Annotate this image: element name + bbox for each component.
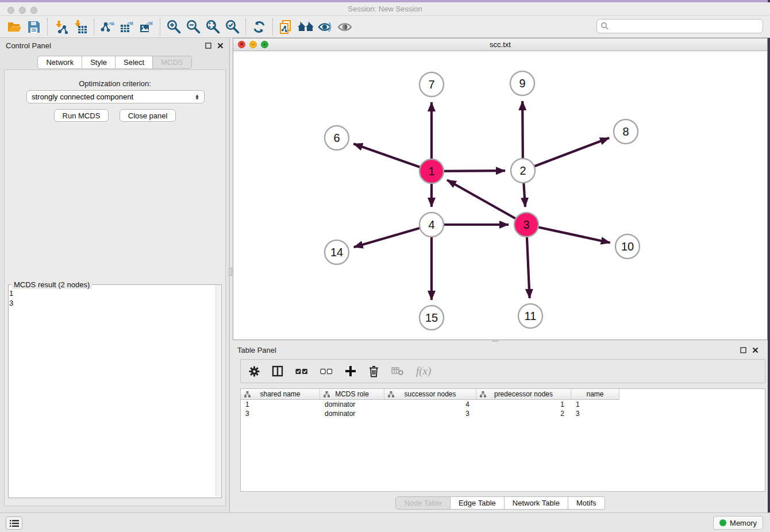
table-row[interactable]: 1 dominator 4 1 1 <box>241 400 765 409</box>
graph-node-label-9: 9 <box>519 77 525 90</box>
graph-node-label-7: 7 <box>428 78 434 91</box>
task-history-button[interactable] <box>6 516 22 530</box>
zoom-out-icon[interactable] <box>183 18 203 36</box>
column-header-predecessor-nodes[interactable]: predecessor nodes <box>476 389 571 400</box>
optimization-criterion-label: Optimization criterion: <box>5 79 225 88</box>
close-panel-button[interactable]: Close panel <box>120 109 176 122</box>
export-network-icon[interactable] <box>98 18 117 36</box>
minimize-window-button[interactable] <box>19 7 26 14</box>
tab-style[interactable]: Style <box>82 56 116 69</box>
graph-node-label-11: 11 <box>525 310 537 322</box>
tab-mcds[interactable]: MCDS <box>153 56 191 69</box>
zoom-selected-icon[interactable] <box>222 18 242 36</box>
frame-close-icon[interactable]: ✕ <box>238 41 245 48</box>
cell-mcds-role[interactable]: dominator <box>320 409 384 418</box>
close-window-button[interactable] <box>7 7 14 14</box>
table-settings-icon[interactable] <box>249 366 260 377</box>
import-table-icon[interactable] <box>71 18 90 36</box>
table-panel-header: Table Panel <box>233 342 768 357</box>
network-canvas[interactable]: 1234678910111415 <box>233 51 767 340</box>
mcds-tab-content: Optimization criterion: strongly connect… <box>4 70 226 506</box>
network-window-titlebar[interactable]: ✕ − ＋ scc.txt <box>233 38 767 51</box>
mcds-result-text[interactable]: 1 3 <box>9 288 215 493</box>
export-image-icon[interactable] <box>137 18 156 36</box>
cell-successor-nodes[interactable]: 3 <box>384 409 476 418</box>
graph-edge-3-1[interactable] <box>447 180 526 225</box>
add-row-icon[interactable] <box>345 365 356 377</box>
search-input[interactable] <box>609 20 763 32</box>
cell-predecessor-nodes[interactable]: 2 <box>476 409 571 418</box>
column-header-mcds-role[interactable]: MCDS role <box>320 389 384 400</box>
cell-predecessor-nodes[interactable]: 1 <box>476 400 571 409</box>
node-table[interactable]: shared name MCDS role successor nodes pr… <box>240 388 765 492</box>
graph-node-label-10: 10 <box>621 240 634 253</box>
delete-row-icon[interactable] <box>368 365 379 377</box>
table-row[interactable]: 3 dominator 3 2 3 <box>241 409 765 418</box>
import-network-icon[interactable] <box>51 18 71 36</box>
column-header-successor-nodes[interactable]: successor nodes <box>384 389 476 400</box>
select-all-checkboxes-icon[interactable] <box>295 367 308 375</box>
cell-name[interactable]: 3 <box>571 409 619 418</box>
delete-table-icon[interactable] <box>391 367 404 376</box>
show-columns-icon[interactable] <box>272 365 283 377</box>
float-panel-icon[interactable] <box>740 347 746 353</box>
cell-shared-name[interactable]: 1 <box>241 400 320 409</box>
cell-successor-nodes[interactable]: 4 <box>384 400 476 409</box>
attribute-icon <box>480 391 486 398</box>
graph-node-label-1: 1 <box>428 165 434 178</box>
table-header-row: shared name MCDS role successor nodes pr… <box>241 389 765 400</box>
criterion-dropdown[interactable]: strongly connected component ▲▼ <box>26 90 205 103</box>
zoom-in-icon[interactable] <box>164 18 183 36</box>
graph-edge-2-8[interactable] <box>523 138 609 171</box>
memory-status-icon <box>719 519 726 526</box>
tab-motifs[interactable]: Motifs <box>568 496 605 510</box>
deselect-all-checkboxes-icon[interactable] <box>320 367 333 375</box>
tab-network[interactable]: Network <box>37 56 82 69</box>
tab-network-table[interactable]: Network Table <box>505 496 568 510</box>
run-mcds-button[interactable]: Run MCDS <box>54 109 109 122</box>
vertical-splitter-grip[interactable] <box>229 268 232 276</box>
cell-shared-name[interactable]: 3 <box>241 409 320 418</box>
attribute-icon <box>244 391 251 398</box>
duplicate-network-icon[interactable] <box>276 18 296 36</box>
graph-node-label-14: 14 <box>330 246 343 259</box>
attribute-icon <box>324 391 330 398</box>
criterion-value: strongly connected component <box>32 92 195 101</box>
tab-select[interactable]: Select <box>116 56 153 69</box>
save-session-icon[interactable] <box>24 18 44 36</box>
hide-selected-icon[interactable] <box>315 18 335 36</box>
table-toolbar: f(x) <box>240 359 765 383</box>
memory-button[interactable]: Memory <box>713 516 763 530</box>
zoom-window-button[interactable] <box>30 7 37 14</box>
window-title: Session: New Session <box>0 2 770 16</box>
search-field[interactable] <box>596 19 763 33</box>
float-panel-icon[interactable] <box>205 43 211 49</box>
tab-edge-table[interactable]: Edge Table <box>451 496 505 510</box>
refresh-layout-icon[interactable] <box>249 18 269 36</box>
frame-maximize-icon[interactable]: ＋ <box>261 41 268 48</box>
show-all-icon[interactable] <box>335 18 355 36</box>
table-panel-title: Table Panel <box>237 346 276 354</box>
graph-node-label-8: 8 <box>622 125 629 138</box>
zoom-fit-icon[interactable] <box>203 18 222 36</box>
toolbar-separator <box>47 18 48 36</box>
first-neighbors-icon[interactable] <box>296 18 315 36</box>
list-icon <box>10 519 19 527</box>
graph-node-label-4: 4 <box>428 218 434 231</box>
column-header-name[interactable]: name <box>571 389 619 400</box>
export-table-icon[interactable] <box>117 18 137 36</box>
close-panel-icon[interactable] <box>217 43 224 49</box>
attribute-icon <box>388 391 394 398</box>
column-header-shared-name[interactable]: shared name <box>241 389 320 400</box>
graph-edge-3-10[interactable] <box>526 225 610 242</box>
function-builder-icon[interactable]: f(x) <box>416 365 431 377</box>
cell-name[interactable]: 1 <box>571 400 619 409</box>
open-session-icon[interactable] <box>5 18 24 36</box>
close-panel-icon[interactable] <box>752 347 759 353</box>
frame-minimize-icon[interactable]: − <box>249 41 257 48</box>
cell-mcds-role[interactable]: dominator <box>320 400 384 409</box>
graph-node-label-15: 15 <box>425 311 438 324</box>
result-scrollbar[interactable] <box>215 285 221 496</box>
network-view-window: ✕ − ＋ scc.txt 1234678910111415 <box>233 38 768 340</box>
tab-node-table[interactable]: Node Table <box>395 496 451 510</box>
